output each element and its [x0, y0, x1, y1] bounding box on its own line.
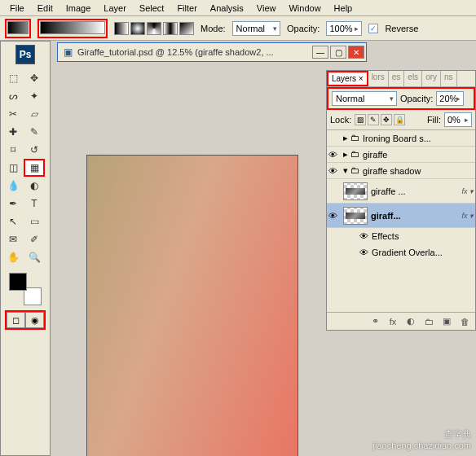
- layer-name: giraffe: [363, 150, 387, 160]
- watermark: 查字典 jiaocheng.chazidian.com: [373, 428, 471, 451]
- notes-tool[interactable]: ✉: [2, 230, 24, 248]
- lock-position-icon[interactable]: ✥: [381, 114, 392, 125]
- crop-tool[interactable]: ✂: [2, 105, 24, 123]
- menu-layer[interactable]: Layer: [97, 2, 133, 15]
- diamond-gradient-button[interactable]: [179, 22, 194, 35]
- gradient-type-group: [114, 22, 194, 35]
- menu-select[interactable]: Select: [133, 2, 171, 15]
- layer-name: Ironing Board s...: [363, 134, 431, 143]
- zoom-tool[interactable]: 🔍: [24, 248, 45, 266]
- mode-dropdown[interactable]: Normal: [232, 21, 280, 36]
- marquee-tool[interactable]: ⬚: [2, 69, 24, 87]
- layer-opacity-input[interactable]: 20%: [436, 91, 464, 106]
- fx-badge[interactable]: fx ▾: [461, 187, 474, 195]
- history-brush-tool[interactable]: ↺: [24, 141, 45, 159]
- menu-image[interactable]: Image: [60, 2, 98, 15]
- menu-help[interactable]: Help: [328, 2, 359, 15]
- layer-fx-button[interactable]: fx: [386, 315, 400, 328]
- panel-tab[interactable]: ory: [422, 71, 441, 86]
- visibility-icon[interactable]: 👁: [328, 166, 340, 176]
- minimize-button[interactable]: —: [312, 46, 328, 59]
- fill-label: Fill:: [427, 115, 441, 125]
- blend-mode-dropdown[interactable]: Normal: [332, 91, 397, 106]
- layers-tab[interactable]: Layers ×: [327, 71, 368, 86]
- pen-tool[interactable]: ✒: [2, 195, 24, 213]
- stamp-tool[interactable]: ⌑: [2, 141, 24, 159]
- fx-badge[interactable]: fx ▾: [461, 212, 474, 220]
- document-icon: ▣: [61, 46, 74, 59]
- menu-edit[interactable]: Edit: [31, 2, 60, 15]
- folder-icon: ▸ 🗀: [343, 149, 359, 160]
- gradient-preview[interactable]: [40, 21, 105, 34]
- canvas[interactable]: [86, 155, 298, 456]
- workspace: Ps ⬚ ✥ ᔕ ✦ ✂ ▱ ✚ ✎ ⌑ ↺ ◫ ▦ 💧 ◐ ✒ T ↖ ▭ ✉…: [0, 41, 476, 456]
- lock-label: Lock:: [330, 115, 351, 125]
- delete-layer-button[interactable]: 🗑: [457, 315, 472, 328]
- layer-row[interactable]: giraffe ... fx ▾: [327, 179, 475, 204]
- panel-tab[interactable]: els: [404, 71, 422, 86]
- quickmask-toggle: ◻ ◉: [5, 310, 46, 330]
- brush-tool[interactable]: ✎: [24, 123, 45, 141]
- shape-tool[interactable]: ▭: [24, 213, 45, 230]
- visibility-icon[interactable]: 👁: [359, 231, 368, 241]
- type-tool[interactable]: T: [24, 195, 45, 213]
- path-tool[interactable]: ↖: [2, 213, 24, 230]
- visibility-icon[interactable]: 👁: [328, 150, 340, 160]
- layer-opacity-label: Opacity:: [400, 94, 433, 103]
- effect-item[interactable]: 👁 Gradient Overla...: [327, 244, 475, 261]
- panel-tab[interactable]: ns: [441, 71, 457, 86]
- quickmask-mode-button[interactable]: ◉: [25, 312, 44, 328]
- lock-pixels-icon[interactable]: ✎: [368, 114, 379, 125]
- hand-tool[interactable]: ✋: [2, 248, 24, 266]
- panel-tab[interactable]: es: [389, 71, 405, 86]
- gradient-swatch-highlight: [5, 19, 31, 38]
- radial-gradient-button[interactable]: [130, 22, 145, 35]
- new-layer-button[interactable]: ▣: [439, 315, 454, 328]
- layer-mask-button[interactable]: ◐: [403, 315, 418, 328]
- blur-tool[interactable]: 💧: [2, 177, 24, 195]
- reflected-gradient-button[interactable]: [163, 22, 178, 35]
- standard-mode-button[interactable]: ◻: [7, 312, 25, 328]
- linear-gradient-button[interactable]: [114, 22, 129, 35]
- menu-analysis[interactable]: Analysis: [204, 2, 250, 15]
- effects-row[interactable]: 👁 Effects: [327, 228, 475, 244]
- gradient-tool[interactable]: ▦: [24, 159, 45, 177]
- document-window: ▣ Giraffe_tutorial.psd @ 12.5% (giraffe …: [57, 42, 367, 62]
- fill-input[interactable]: 0%: [444, 112, 472, 127]
- reverse-checkbox[interactable]: ✓: [368, 24, 378, 33]
- menu-filter[interactable]: Filter: [170, 2, 203, 15]
- lock-transparency-icon[interactable]: ▨: [355, 114, 366, 125]
- new-group-button[interactable]: 🗀: [421, 315, 436, 328]
- color-swatches[interactable]: [9, 273, 42, 305]
- menu-window[interactable]: Window: [282, 2, 327, 15]
- opacity-input[interactable]: 100%: [326, 21, 362, 36]
- link-layers-button[interactable]: ⚭: [368, 315, 382, 328]
- layer-row[interactable]: ▸ 🗀 Ironing Board s...: [327, 130, 475, 147]
- close-button[interactable]: ✕: [348, 46, 364, 59]
- gradient-preview-highlight: [37, 19, 108, 38]
- angle-gradient-button[interactable]: [147, 22, 161, 35]
- slice-tool[interactable]: ▱: [24, 105, 45, 123]
- eraser-tool[interactable]: ◫: [2, 159, 24, 177]
- gradient-swatch[interactable]: [7, 21, 29, 34]
- foreground-color[interactable]: [9, 273, 27, 291]
- maximize-button[interactable]: ▢: [330, 46, 346, 59]
- menu-view[interactable]: View: [250, 2, 283, 15]
- visibility-icon[interactable]: 👁: [359, 248, 368, 257]
- panel-tab[interactable]: lors: [368, 71, 389, 86]
- layer-thumbnail: [343, 182, 368, 200]
- lock-all-icon[interactable]: 🔒: [394, 114, 405, 125]
- heal-tool[interactable]: ✚: [2, 123, 24, 141]
- visibility-icon[interactable]: 👁: [328, 211, 340, 221]
- wand-tool[interactable]: ✦: [24, 87, 45, 105]
- layer-thumbnail: [343, 207, 368, 225]
- lasso-tool[interactable]: ᔕ: [2, 87, 24, 105]
- move-tool[interactable]: ✥: [24, 69, 45, 87]
- layer-row[interactable]: 👁 giraff... fx ▾: [327, 204, 475, 228]
- layer-row[interactable]: 👁 ▾ 🗀 giraffe shadow: [327, 163, 475, 179]
- layer-row[interactable]: 👁 ▸ 🗀 giraffe: [327, 147, 475, 163]
- menu-file[interactable]: File: [3, 2, 31, 15]
- folder-open-icon: ▾ 🗀: [343, 165, 359, 176]
- eyedropper-tool[interactable]: ✐: [24, 230, 45, 248]
- dodge-tool[interactable]: ◐: [24, 177, 45, 195]
